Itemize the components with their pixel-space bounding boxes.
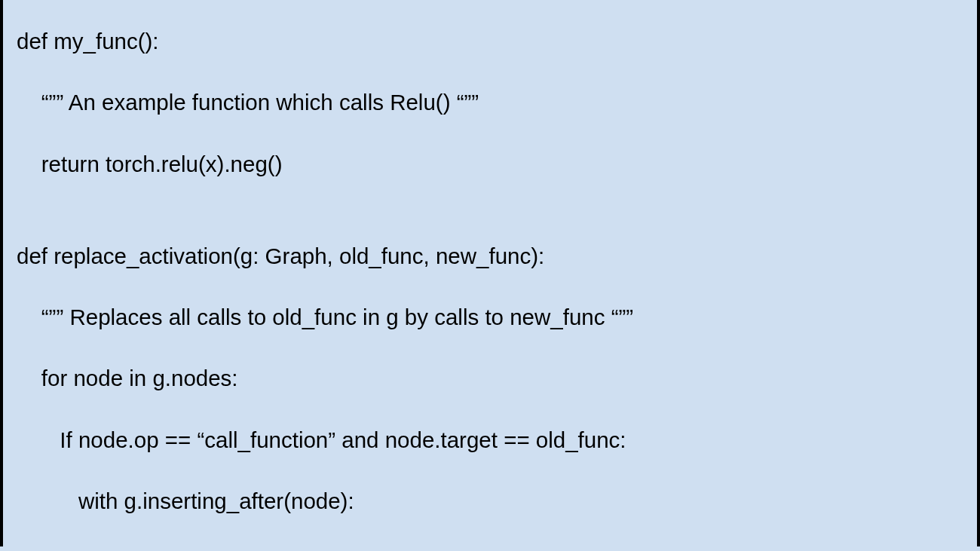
code-line: with g.inserting_after(node): xyxy=(17,486,963,517)
code-line: for node in g.nodes: xyxy=(17,363,963,394)
code-line: return torch.relu(x).neg() xyxy=(17,149,963,180)
code-line: def my_func(): xyxy=(17,26,963,57)
code-listing: def my_func(): “”” An example function w… xyxy=(0,0,980,546)
code-line: “”” Replaces all calls to old_func in g … xyxy=(17,302,963,333)
code-line: “”” An example function which calls Relu… xyxy=(17,87,963,118)
code-line: If node.op == “call_function” and node.t… xyxy=(17,425,963,456)
code-line: def replace_activation(g: Graph, old_fun… xyxy=(17,241,963,272)
